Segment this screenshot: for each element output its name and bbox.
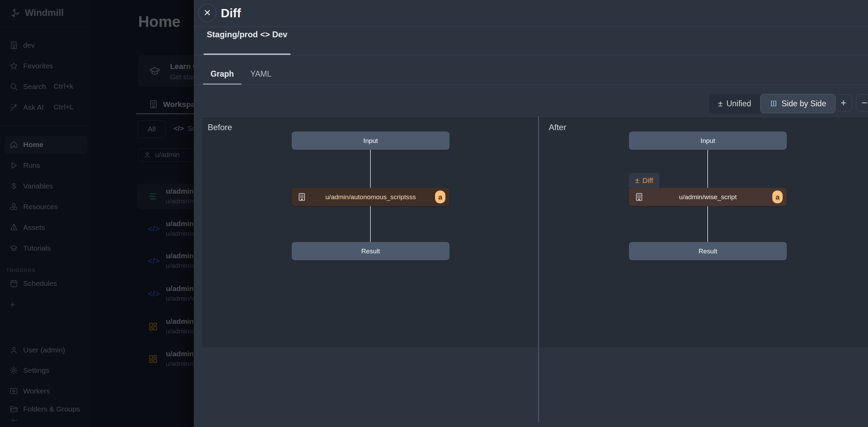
language-badge: a (772, 191, 783, 203)
result-node-before[interactable]: Result (292, 242, 450, 260)
result-node-after[interactable]: Result (629, 242, 787, 260)
windmill-app: Windmill dev Favorites Search Ctrl+k Ask… (0, 0, 868, 427)
unified-toggle-button[interactable]: ± Unified (709, 94, 760, 113)
drawer-title: Diff (221, 6, 241, 20)
after-pane (539, 116, 868, 348)
close-button[interactable]: ✕ (198, 4, 216, 22)
diff-icon: ± (718, 99, 723, 108)
pane-divider (538, 116, 539, 422)
diff-icon: ± (635, 176, 639, 185)
header-divider (194, 27, 868, 27)
diff-badge[interactable]: ± Diff (629, 173, 659, 188)
tab-yaml[interactable]: YAML (242, 64, 280, 84)
input-node-after[interactable]: Input (629, 132, 787, 150)
view-mode-toggle: ± Unified Side by Side (709, 94, 836, 113)
diff-drawer: ✕ Diff Staging/prod <> Dev Graph YAML ± … (194, 0, 868, 427)
tab-graph[interactable]: Graph (203, 64, 242, 84)
edge (707, 206, 708, 242)
zoom-in-button[interactable]: + (835, 94, 852, 111)
script-node-after[interactable]: u/admin/wise_script a (629, 188, 787, 206)
before-label: Before (208, 123, 232, 132)
columns-icon (770, 99, 778, 108)
close-icon: ✕ (204, 8, 211, 18)
zoom-out-button[interactable]: − (856, 94, 868, 111)
tab-staging-prod-dev[interactable]: Staging/prod <> Dev (204, 20, 291, 42)
script-node-before[interactable]: u/admin/autonomous_scriptsss a (292, 188, 450, 206)
script-path: u/admin/wise_script (629, 188, 787, 206)
edge (707, 150, 708, 188)
input-node-before[interactable]: Input (292, 132, 450, 150)
edge (370, 206, 371, 242)
modal-dim-overlay[interactable] (0, 0, 194, 427)
language-badge: a (435, 191, 445, 203)
script-path: u/admin/autonomous_scriptsss (292, 188, 450, 206)
tabs-divider (194, 85, 868, 85)
side-by-side-toggle-button[interactable]: Side by Side (760, 94, 836, 113)
tabs-divider (194, 55, 868, 55)
edge (370, 150, 371, 188)
after-label: After (549, 123, 566, 132)
